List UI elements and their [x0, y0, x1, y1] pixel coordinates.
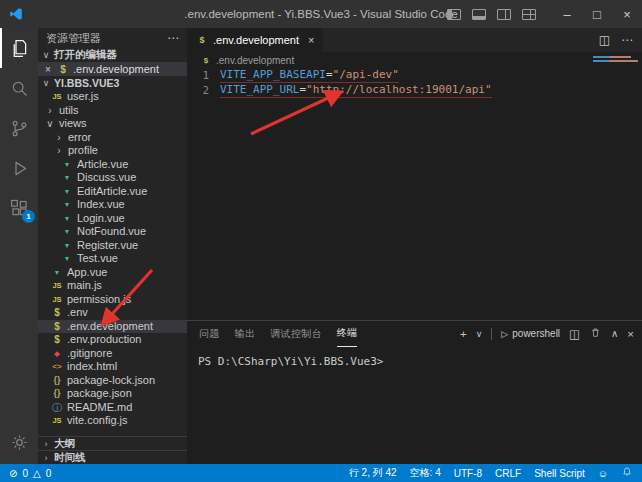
customize-layout-icon[interactable] — [522, 9, 536, 20]
tree-item-utils[interactable]: ›utils — [38, 104, 187, 118]
tree-item-permission-js[interactable]: JSpermission.js — [38, 293, 187, 307]
titlebar: .env.development - Yi.BBS.Vue3 - Visual … — [0, 0, 642, 28]
warnings-count[interactable]: 0 — [46, 468, 52, 479]
tab-env-development[interactable]: $ .env.development × — [187, 28, 323, 52]
terminal[interactable]: PS D:\CSharp\Yi\Yi.BBS.Vue3> — [187, 346, 642, 368]
source-control-icon[interactable] — [0, 108, 38, 148]
tree-item-user-js[interactable]: JSuser.js — [38, 90, 187, 104]
explorer-icon[interactable] — [0, 28, 38, 68]
vscode-logo-icon — [9, 7, 23, 21]
search-icon[interactable] — [0, 68, 38, 108]
maximize-button[interactable]: □ — [582, 0, 612, 28]
status-bar: ⊘ 0 △ 0 行 2, 列 42 空格: 4 UTF-8 CRLF Shell… — [0, 464, 642, 482]
minimap-line — [593, 56, 631, 58]
tree-item-article-vue[interactable]: ▼Article.vue — [38, 158, 187, 172]
outline-section[interactable]: › 大纲 — [38, 436, 187, 450]
tab-problems[interactable]: 问题 — [199, 321, 220, 346]
vscode-window: .env.development - Yi.BBS.Vue3 - Visual … — [0, 0, 642, 482]
env-file-icon: $ — [200, 56, 212, 65]
tree-item-register-vue[interactable]: ▼Register.vue — [38, 239, 187, 253]
tree-item-editarticle-vue[interactable]: ▼EditArticle.vue — [38, 185, 187, 199]
minimize-button[interactable]: – — [552, 0, 582, 28]
file-name: NotFound.vue — [77, 225, 146, 239]
tree-item-test-vue[interactable]: ▼Test.vue — [38, 252, 187, 266]
errors-icon[interactable]: ⊘ — [9, 468, 17, 479]
tree-item-notfound-vue[interactable]: ▼NotFound.vue — [38, 225, 187, 239]
indentation[interactable]: 空格: 4 — [410, 466, 441, 480]
warnings-icon[interactable]: △ — [33, 468, 41, 479]
tree-item-index-html[interactable]: <>index.html — [38, 360, 187, 374]
tree-item-index-vue[interactable]: ▼Index.vue — [38, 198, 187, 212]
tree-item-login-vue[interactable]: ▼Login.vue — [38, 212, 187, 226]
close-window-button[interactable]: × — [612, 0, 642, 28]
terminal-prompt: PS D:\CSharp\Yi\Yi.BBS.Vue3> — [198, 355, 383, 368]
close-editor-icon[interactable]: × — [43, 64, 53, 75]
timeline-section[interactable]: › 时间线 — [38, 450, 187, 464]
vue-icon: ▼ — [61, 171, 73, 185]
toggle-sidebar-icon[interactable] — [447, 9, 461, 20]
tree-item-main-js[interactable]: JSmain.js — [38, 279, 187, 293]
line-number: 2 — [187, 84, 220, 97]
settings-gear-icon[interactable] — [0, 422, 38, 462]
breadcrumb-item: .env.development — [216, 55, 294, 66]
notifications-bell-icon[interactable] — [621, 466, 633, 480]
close-panel-icon[interactable]: × — [627, 328, 634, 340]
vue-icon: ▼ — [61, 158, 73, 172]
split-editor-icon[interactable]: ◫ — [599, 33, 610, 47]
file-name: main.js — [67, 279, 102, 293]
tab-terminal[interactable]: 终端 — [337, 321, 358, 347]
toggle-panel-icon[interactable] — [472, 9, 486, 20]
editor-more-actions-icon[interactable]: ⋯ — [621, 33, 633, 47]
tab-close-icon[interactable]: × — [308, 34, 314, 46]
tree-item-gitignore[interactable]: ◆.gitignore — [38, 347, 187, 361]
minimap[interactable] — [593, 56, 639, 64]
open-editor-item[interactable]: × $ .env.development — [38, 62, 187, 76]
split-terminal-icon[interactable]: ◫ — [569, 327, 580, 341]
tree-item-app-vue[interactable]: ▼App.vue — [38, 266, 187, 280]
eol-sequence[interactable]: CRLF — [495, 468, 521, 479]
tree-item-error[interactable]: ›error — [38, 131, 187, 145]
tree-item-vite-config-js[interactable]: JSvite.config.js — [38, 414, 187, 428]
maximize-panel-icon[interactable]: ∧ — [611, 328, 618, 339]
tree-item-env-development[interactable]: $.env.development — [38, 320, 187, 334]
extensions-icon[interactable]: 1 — [0, 188, 38, 228]
tree-item-readme-md[interactable]: ⓘREADME.md — [38, 401, 187, 415]
toggle-secondary-sidebar-icon[interactable] — [497, 9, 511, 20]
outline-label: 大纲 — [54, 437, 75, 451]
tree-item-profile[interactable]: ›profile — [38, 144, 187, 158]
code-editor[interactable]: 1 VITE_APP_BASEAPI="/api-dev" 2 VITE_APP… — [187, 68, 642, 98]
env-file-icon: $ — [51, 306, 63, 320]
feedback-smiley-icon[interactable]: ☺ — [598, 468, 608, 479]
language-mode[interactable]: Shell Script — [534, 468, 585, 479]
file-name: Test.vue — [77, 252, 118, 266]
cursor-position[interactable]: 行 2, 列 42 — [349, 466, 397, 480]
encoding[interactable]: UTF-8 — [454, 468, 482, 479]
project-section[interactable]: ∨ YI.BBS.VUE3 — [38, 76, 187, 90]
line-number: 1 — [187, 69, 220, 82]
breadcrumb[interactable]: $ .env.development — [187, 52, 642, 68]
file-name: EditArticle.vue — [77, 185, 147, 199]
tree-item-package-lock-json[interactable]: {}package-lock.json — [38, 374, 187, 388]
tab-output[interactable]: 输出 — [235, 321, 256, 346]
tree-item-discuss-vue[interactable]: ▼Discuss.vue — [38, 171, 187, 185]
folder-name: profile — [68, 144, 98, 158]
tree-item-views[interactable]: ∨views — [38, 117, 187, 131]
open-editors-section[interactable]: ∨ 打开的编辑器 — [38, 48, 187, 62]
kill-terminal-icon[interactable] — [589, 326, 602, 341]
git-icon: ◆ — [51, 347, 63, 361]
timeline-label: 时间线 — [54, 451, 86, 465]
errors-count[interactable]: 0 — [22, 468, 28, 479]
tab-debug-console[interactable]: 调试控制台 — [270, 321, 322, 346]
powershell-icon: ▷ — [501, 329, 508, 339]
chevron-down-icon: ∨ — [41, 78, 51, 88]
env-key: VITE_APP_BASEAPI — [220, 68, 326, 81]
terminal-instance-powershell[interactable]: ▷ powershell — [501, 328, 560, 339]
new-terminal-icon[interactable]: + — [460, 328, 467, 340]
tree-item-env[interactable]: $.env — [38, 306, 187, 320]
tree-item-env-production[interactable]: $.env.production — [38, 333, 187, 347]
tree-item-package-json[interactable]: {}package.json — [38, 387, 187, 401]
folder-name: views — [59, 117, 87, 131]
terminal-profile-dropdown-icon[interactable]: ∨ — [476, 329, 483, 339]
sidebar-more-actions-icon[interactable]: ⋯ — [167, 31, 179, 45]
run-debug-icon[interactable] — [0, 148, 38, 188]
